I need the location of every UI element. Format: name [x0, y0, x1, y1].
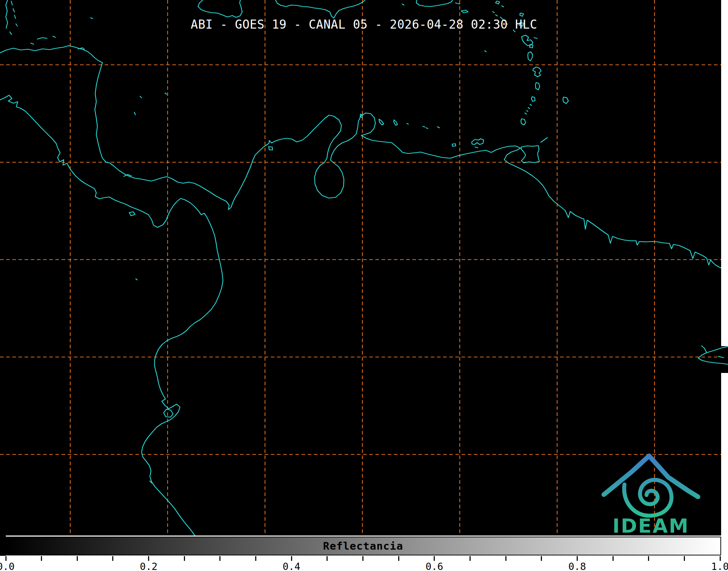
colorbar-tick	[362, 556, 363, 561]
colorbar-tick-label: 0.6	[420, 561, 449, 571]
colorbar-tick	[541, 556, 542, 561]
colorbar-tick	[77, 556, 78, 561]
colorbar-tick-label: 0.0	[0, 561, 20, 571]
colorbar-tick-label: 0.8	[563, 561, 592, 571]
colorbar-tick-label: 1.0	[706, 561, 728, 571]
colorbar-tick	[648, 556, 649, 561]
colorbar-tick	[148, 556, 149, 561]
colorbar-tick	[470, 556, 471, 561]
colorbar-tick	[41, 556, 42, 561]
colorbar-tick-label: 0.2	[134, 561, 163, 571]
colorbar-tick	[684, 556, 685, 561]
colorbar-tick	[577, 556, 578, 561]
colorbar-tick	[112, 556, 113, 561]
colorbar-tick	[398, 556, 399, 561]
colorbar-tick	[327, 556, 328, 561]
map-canvas: ABI - GOES 19 - CANAL 05 - 2026-04-28 02…	[0, 0, 728, 536]
colorbar-region: Reflectancia 0.00.20.40.60.81.0	[0, 536, 728, 571]
colorbar-tick	[5, 556, 7, 561]
ideam-logo: IDEAM	[593, 445, 709, 535]
colorbar-tick	[505, 556, 506, 561]
map-title: ABI - GOES 19 - CANAL 05 - 2026-04-28 02…	[0, 17, 728, 32]
ideam-logo-text: IDEAM	[593, 516, 709, 536]
colorbar-tick-label: 0.4	[277, 561, 306, 571]
colorbar-tick	[720, 556, 721, 561]
colorbar-tick	[184, 556, 185, 561]
hurricane-spiral-icon	[624, 480, 672, 516]
goes-satellite-image: ABI - GOES 19 - CANAL 05 - 2026-04-28 02…	[0, 0, 728, 571]
colorbar-tick	[613, 556, 614, 561]
colorbar-tick	[255, 556, 256, 561]
colorbar-tick	[219, 556, 220, 561]
colorbar-title: Reflectancia	[5, 537, 721, 555]
colorbar-tick	[291, 556, 292, 561]
colorbar-tick	[434, 556, 435, 561]
nodata-strip	[721, 0, 728, 536]
